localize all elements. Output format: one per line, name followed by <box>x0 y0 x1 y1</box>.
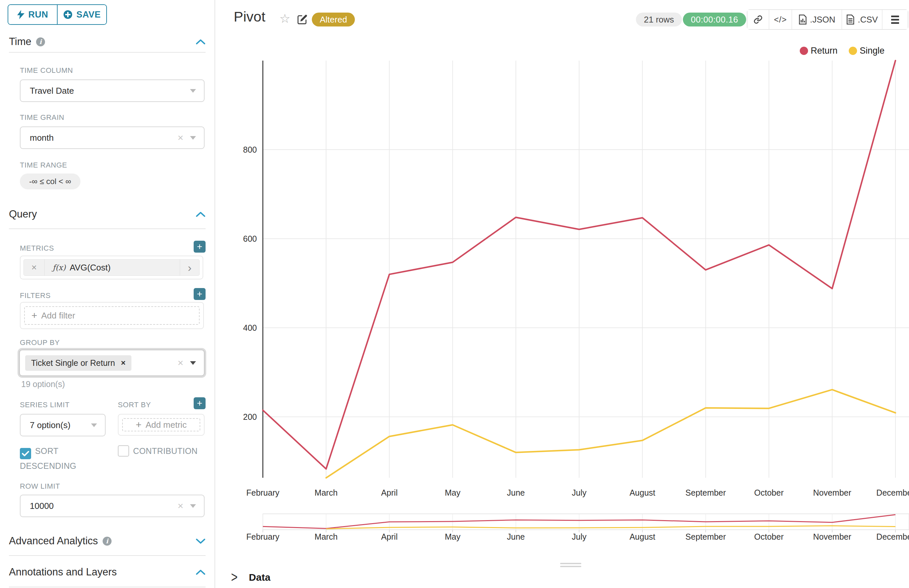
svg-text:February: February <box>246 488 280 497</box>
filters-label: FILTERS <box>20 291 51 300</box>
svg-text:August: August <box>630 532 656 541</box>
svg-text:600: 600 <box>243 234 257 243</box>
svg-text:April: April <box>381 532 397 541</box>
row-limit-select[interactable]: 10000 × <box>20 494 205 517</box>
data-panel-expander[interactable]: > Data <box>231 571 270 584</box>
svg-text:December: December <box>876 488 909 497</box>
time-column-select[interactable]: Travel Date <box>20 79 205 102</box>
time-range-label: TIME RANGE <box>20 161 67 170</box>
function-icon: ƒ(x) <box>53 263 66 272</box>
clear-icon[interactable]: × <box>178 501 183 511</box>
plus-icon: + <box>197 289 202 299</box>
add-sort-metric-button[interactable]: + <box>194 397 205 409</box>
svg-text:October: October <box>754 532 783 541</box>
time-section-title: Time <box>9 36 31 48</box>
add-filter-dropzone[interactable]: + Add filter <box>24 306 200 325</box>
chevron-up-icon[interactable] <box>195 39 205 45</box>
save-button-label: SAVE <box>76 10 101 20</box>
plus-icon: + <box>31 310 37 320</box>
info-icon: i <box>103 537 111 546</box>
clear-icon[interactable]: × <box>178 358 183 368</box>
svg-text:February: February <box>246 532 280 541</box>
time-grain-label: TIME GRAIN <box>20 113 64 122</box>
caret-down-icon <box>91 423 97 427</box>
resize-grabber[interactable] <box>560 563 581 569</box>
divider <box>9 52 205 53</box>
chevron-up-icon[interactable] <box>195 211 205 217</box>
svg-text:November: November <box>813 488 851 497</box>
group-by-tag: Ticket Single or Return × <box>25 355 131 371</box>
svg-text:July: July <box>572 532 586 541</box>
caret-down-icon <box>190 136 196 140</box>
add-metric-label: Add metric <box>146 420 187 430</box>
row-limit-value: 10000 <box>30 501 178 511</box>
svg-text:400: 400 <box>243 323 257 333</box>
group-by-tag-label: Ticket Single or Return <box>31 358 115 368</box>
time-section-header[interactable]: Time i <box>9 34 205 49</box>
series-limit-select[interactable]: 7 option(s) <box>20 414 106 436</box>
run-button[interactable]: RUN <box>8 5 57 24</box>
query-section-title: Query <box>9 208 37 220</box>
svg-text:May: May <box>445 532 461 541</box>
chevron-down-icon[interactable] <box>195 538 205 544</box>
control-panel: RUN SAVE Time i TIME COLUMN Travel Date <box>0 0 215 588</box>
caret-down-icon <box>190 361 196 365</box>
sort-by-label: SORT BY <box>118 401 151 409</box>
annotations-section-header[interactable]: Annotations and Layers <box>9 565 205 579</box>
add-sort-metric-dropzone[interactable]: + Add metric <box>122 418 200 431</box>
time-column-label: TIME COLUMN <box>20 66 73 75</box>
chart-panel: Pivot ☆ Altered 21 rows 00:00:00.16 </> <box>215 0 909 588</box>
add-filter-label: Add filter <box>41 310 76 321</box>
add-filter-button[interactable]: + <box>194 288 205 300</box>
check-icon <box>22 451 29 457</box>
svg-text:June: June <box>507 532 525 541</box>
series-limit-label: SERIES LIMIT <box>20 401 69 409</box>
divider <box>9 587 205 587</box>
data-panel-label: Data <box>249 572 270 583</box>
annotations-title: Annotations and Layers <box>9 566 117 578</box>
add-metric-button[interactable]: + <box>194 241 205 253</box>
contribution-control: CONTRIBUTION <box>118 444 210 457</box>
group-by-label: GROUP BY <box>20 338 60 347</box>
divider <box>9 555 205 556</box>
svg-text:September: September <box>686 488 726 497</box>
chevron-up-icon[interactable] <box>195 569 205 575</box>
contribution-checkbox[interactable] <box>118 445 129 457</box>
metric-item: × ƒ(x) AVG(Cost) › <box>20 255 203 279</box>
sort-descending-checkbox[interactable] <box>20 448 31 459</box>
svg-text:September: September <box>686 532 726 541</box>
remove-metric-icon[interactable]: × <box>24 260 45 275</box>
metrics-label: METRICS <box>20 244 54 253</box>
time-grain-value: month <box>30 133 178 143</box>
info-icon: i <box>36 37 45 46</box>
run-button-label: RUN <box>29 10 48 20</box>
caret-down-icon <box>190 504 196 508</box>
remove-tag-icon[interactable]: × <box>121 358 126 367</box>
plus-icon: + <box>136 420 142 430</box>
svg-text:August: August <box>630 488 656 497</box>
explore-page: RUN SAVE Time i TIME COLUMN Travel Date <box>0 0 909 588</box>
filters-box: + Add filter <box>20 302 204 329</box>
save-button[interactable]: SAVE <box>57 5 106 24</box>
time-grain-select[interactable]: month × <box>20 126 205 149</box>
svg-text:October: October <box>754 488 783 497</box>
lightning-bolt-icon <box>17 10 24 19</box>
svg-text:July: July <box>572 488 586 497</box>
options-count-hint: 19 option(s) <box>21 380 65 389</box>
clear-icon[interactable]: × <box>178 133 183 143</box>
run-save-button-group: RUN SAVE <box>8 4 107 25</box>
plus-icon: + <box>197 242 202 251</box>
divider <box>9 228 205 229</box>
svg-text:June: June <box>507 488 525 497</box>
svg-text:May: May <box>445 488 461 497</box>
expand-metric-icon[interactable]: › <box>180 260 199 275</box>
group-by-select[interactable]: Ticket Single or Return × × <box>19 350 205 376</box>
metric-value: AVG(Cost) <box>69 263 111 273</box>
time-range-pill[interactable]: -∞ ≤ col < ∞ <box>20 173 81 189</box>
advanced-analytics-section-header[interactable]: Advanced Analytics i <box>9 534 205 548</box>
metric-body[interactable]: ƒ(x) AVG(Cost) <box>45 263 180 273</box>
query-section-header[interactable]: Query <box>9 207 205 221</box>
contribution-label: CONTRIBUTION <box>133 446 198 456</box>
svg-text:March: March <box>315 532 337 541</box>
line-chart-canvas[interactable]: 200400600800FebruaryMarchAprilMayJuneJul… <box>215 0 909 588</box>
